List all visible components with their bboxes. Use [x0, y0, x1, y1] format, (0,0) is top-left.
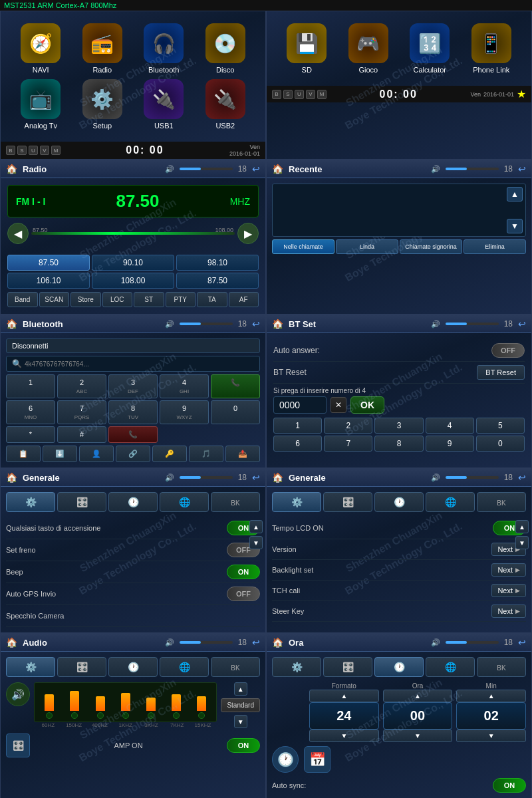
eq-bar-15khz[interactable] [190, 686, 213, 719]
numpad-hash[interactable]: # [57, 426, 106, 443]
home-icon-gen1[interactable]: 🏠 [6, 472, 17, 483]
menu-item-gioco[interactable]: 🎮 Gioco [340, 23, 397, 74]
numpad-2[interactable]: 2ABC [57, 374, 106, 398]
menu-item-phonelink[interactable]: 📱 Phone Link [464, 23, 520, 74]
eq-bar-3khz[interactable] [139, 686, 163, 719]
gen1-tab-eq[interactable]: 🎛️ [57, 492, 106, 512]
home-icon-recente[interactable]: 🏠 [272, 164, 283, 174]
menu-item-usb1[interactable]: 🔌 USB1 [136, 79, 192, 130]
eq-bar-400hz[interactable] [88, 686, 112, 719]
ctrl-scan[interactable]: SCAN [39, 292, 70, 307]
eq-bar-150hz[interactable] [63, 686, 86, 719]
back-icon-gen2[interactable]: ↩ [518, 472, 526, 483]
calendar-icon[interactable]: 📅 [304, 746, 331, 773]
menu-item-navi[interactable]: 🧭 NAVI [13, 23, 69, 74]
home-icon-bt[interactable]: 🏠 [6, 319, 17, 329]
clock-icon[interactable]: 🕐 [272, 746, 299, 773]
ctrl-pty[interactable]: PTY [166, 292, 196, 307]
tab-nelle-chiamate[interactable]: Nelle chiamate [272, 239, 334, 254]
audio-tab-eq[interactable]: 🎛️ [57, 657, 106, 677]
bt-ctrl-upload[interactable]: 📤 [225, 446, 260, 462]
btset-num-9[interactable]: 9 [426, 436, 474, 452]
audio-tab-globe[interactable]: 🌐 [160, 657, 209, 677]
bt-ctrl-person[interactable]: 👤 [79, 446, 114, 462]
gen1-toggle-3[interactable]: OFF [227, 587, 260, 601]
btset-num-7[interactable]: 7 [324, 436, 372, 452]
ora-tab-gear[interactable]: ⚙️ [272, 657, 321, 677]
bt-ctrl-download[interactable]: ⬇️ [43, 446, 77, 462]
home-icon-btset[interactable]: 🏠 [272, 319, 283, 329]
menu-item-setup[interactable]: ⚙️ Setup [74, 79, 131, 130]
numpad-0[interactable]: 0 [211, 400, 260, 424]
eq-bar-1khz[interactable] [114, 686, 138, 719]
preset-2[interactable]: 98.10 [176, 255, 259, 271]
btset-num-0[interactable]: 0 [476, 436, 525, 452]
audio-tab-bk[interactable]: BK [211, 657, 260, 677]
numpad-1[interactable]: 1 [6, 374, 55, 398]
gen2-scroll-down[interactable]: ▼ [515, 536, 529, 549]
menu-item-sd[interactable]: 💾 SD [279, 23, 335, 74]
del-btn[interactable]: ✕ [331, 397, 346, 413]
back-icon-ora[interactable]: ↩ [518, 637, 526, 648]
gen2-tab-bk[interactable]: BK [477, 492, 526, 512]
ctrl-ta[interactable]: TA [197, 292, 227, 307]
tab-elimina[interactable]: Elimina [464, 239, 526, 254]
tab-linda[interactable]: Linda [336, 239, 398, 254]
gen2-tab-clock[interactable]: 🕐 [374, 492, 424, 512]
amp-toggle[interactable]: ON [227, 738, 260, 753]
numpad-3[interactable]: 3DEF [108, 374, 158, 398]
preset-5[interactable]: 87.50 [176, 273, 259, 289]
ctrl-loc[interactable]: LOC [102, 292, 133, 307]
ora-tab-bk[interactable]: BK [477, 657, 526, 677]
menu-item-calculator[interactable]: 🔢 Calculator [402, 23, 458, 74]
formato-up[interactable]: ▲ [309, 690, 379, 702]
menu-item-usb2[interactable]: 🔌 USB2 [198, 79, 254, 130]
numpad-9[interactable]: 9WXYZ [160, 400, 209, 424]
numpad-4[interactable]: 4GHI [160, 374, 209, 398]
home-icon-ora[interactable]: 🏠 [272, 637, 283, 648]
std-btn[interactable]: Standard [221, 698, 260, 712]
back-icon-audio[interactable]: ↩ [252, 637, 260, 648]
gen2-next-2[interactable]: Next [491, 563, 526, 577]
back-icon-gen1[interactable]: ↩ [252, 472, 260, 483]
home-icon-radio[interactable]: 🏠 [6, 164, 17, 174]
min-up[interactable]: ▲ [456, 690, 526, 702]
audio-scroll-up[interactable]: ▲ [234, 682, 247, 696]
gen1-toggle-2[interactable]: ON [227, 565, 260, 579]
prev-btn[interactable]: ◀ [7, 223, 29, 244]
min-down[interactable]: ▼ [456, 730, 526, 742]
back-icon-recente[interactable]: ↩ [518, 164, 526, 174]
auto-answer-toggle[interactable]: OFF [491, 343, 525, 358]
home-icon-gen2[interactable]: 🏠 [272, 472, 283, 483]
eq-bar-7khz[interactable] [164, 686, 188, 719]
ok-btn[interactable]: OK [350, 396, 384, 414]
back-icon-radio[interactable]: ↩ [252, 164, 260, 174]
ctrl-st[interactable]: ST [134, 292, 164, 307]
next-btn-radio[interactable]: ▶ [237, 223, 259, 244]
bt-ctrl-contacts[interactable]: 📋 [6, 446, 41, 462]
gen1-scroll-down[interactable]: ▼ [249, 536, 263, 549]
nav-scroll-up[interactable]: ▲ [507, 187, 523, 201]
gen2-tab-eq[interactable]: 🎛️ [323, 492, 372, 512]
ora-up[interactable]: ▲ [383, 690, 453, 702]
audio-tab-clock[interactable]: 🕐 [108, 657, 158, 677]
audio-scroll-down[interactable]: ▼ [234, 715, 247, 728]
menu-item-bluetooth[interactable]: 🎧 Bluetooth [136, 23, 192, 74]
ctrl-band[interactable]: Band [7, 292, 38, 307]
nav-scroll-down[interactable]: ▼ [507, 219, 523, 233]
menu-item-tv[interactable]: 📺 Analog Tv [13, 79, 69, 130]
gen1-scroll-up[interactable]: ▲ [249, 520, 263, 533]
gen2-next-4[interactable]: Next [491, 604, 526, 618]
bt-ctrl-key[interactable]: 🔑 [152, 446, 187, 462]
autosync-toggle[interactable]: ON [493, 778, 526, 793]
btset-num-4[interactable]: 4 [426, 418, 474, 434]
numpad-star[interactable]: * [6, 426, 55, 443]
btset-num-6[interactable]: 6 [273, 436, 322, 452]
gen1-tab-bk[interactable]: BK [211, 492, 260, 512]
btset-num-1[interactable]: 1 [273, 418, 322, 434]
ctrl-store[interactable]: Store [70, 292, 101, 307]
btset-num-8[interactable]: 8 [374, 436, 423, 452]
numpad-call-red[interactable]: 📞 [108, 426, 158, 443]
ora-down[interactable]: ▼ [383, 730, 453, 742]
home-icon-audio[interactable]: 🏠 [6, 637, 17, 648]
